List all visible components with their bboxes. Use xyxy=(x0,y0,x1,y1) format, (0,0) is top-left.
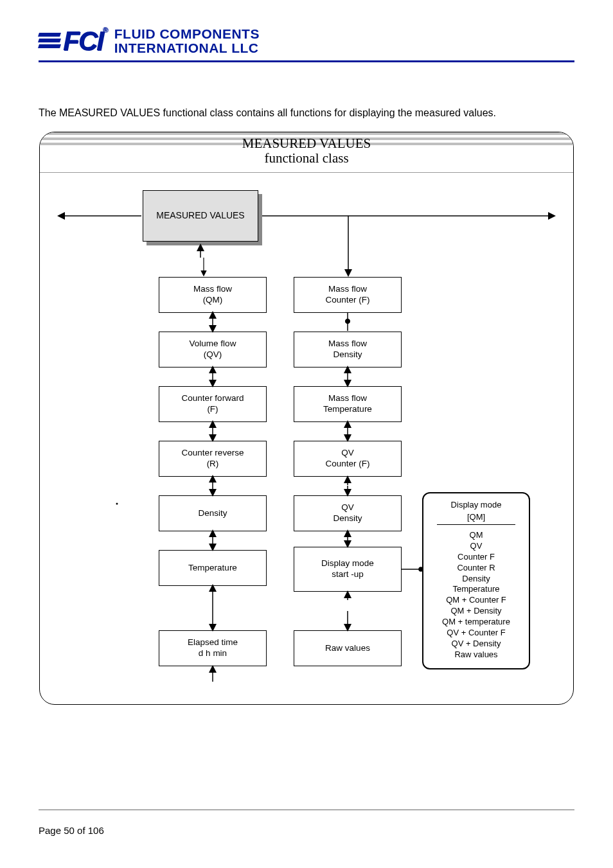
fci-logo-mark: FCI® xyxy=(39,26,107,57)
col2-box-6: Raw values xyxy=(294,630,402,666)
col1-box-2-l2: (F) xyxy=(207,404,218,415)
col1-box-4-l1: Density xyxy=(198,508,227,519)
intro-text: The MEASURED VALUES functional class con… xyxy=(39,107,574,119)
opt-6: QM + Counter F xyxy=(427,595,525,606)
col1-box-4: Density xyxy=(159,495,267,531)
logo: FCI® FLUID COMPONENTS INTERNATIONAL LLC xyxy=(39,26,574,57)
diagram-title: MEASURED VALUES xyxy=(242,136,371,152)
logo-reg: ® xyxy=(103,26,107,33)
logo-text: FLUID COMPONENTS INTERNATIONAL LLC xyxy=(114,27,260,55)
col1-box-1-l2: (QV) xyxy=(204,350,222,360)
root-box: MEASURED VALUES xyxy=(143,190,258,242)
col1-box-1-l1: Volume flow xyxy=(190,339,236,350)
opt-1: QV xyxy=(427,541,525,552)
logo-line2: INTERNATIONAL LLC xyxy=(114,41,260,55)
col2-box-3-l1: QV xyxy=(341,448,354,459)
col2-box-2-l2: Temperature xyxy=(323,404,372,415)
col2-box-4: QV Density xyxy=(294,495,402,531)
col2-box-5-l1: Display mode xyxy=(321,558,374,569)
col2-box-6-l1: Raw values xyxy=(325,643,370,654)
opt-2: Counter F xyxy=(427,552,525,563)
col1-box-3: Counter reverse (R) xyxy=(159,441,267,477)
diagram-header: MEASURED VALUES functional class xyxy=(40,132,573,173)
col1-box-5: Temperature xyxy=(159,550,267,586)
diagram-subtitle: functional class xyxy=(264,150,348,166)
options-head2: [QM] xyxy=(427,512,525,522)
opt-11: Raw values xyxy=(427,650,525,660)
col1-box-6-l2: d h min xyxy=(199,648,227,659)
col2-box-1-l2: Density xyxy=(333,350,362,360)
footer-rule xyxy=(39,810,574,810)
col2-box-5-l2: start -up xyxy=(332,569,364,580)
col2-box-0-l1: Mass flow xyxy=(328,284,367,295)
opt-9: QV + Counter F xyxy=(427,628,525,639)
col2-box-3-l2: Counter (F) xyxy=(325,459,369,470)
col2-box-4-l1: QV xyxy=(341,502,354,513)
col2-box-2-l1: Mass flow xyxy=(328,393,367,404)
options-list: QM QV Counter F Counter R Density Temper… xyxy=(427,530,525,660)
opt-0: QM xyxy=(427,530,525,541)
svg-point-22 xyxy=(116,503,118,505)
col2-box-3: QV Counter (F) xyxy=(294,441,402,477)
col2-box-1-l1: Mass flow xyxy=(328,339,367,350)
col1-box-6-l1: Elapsed time xyxy=(188,637,238,648)
opt-3: Counter R xyxy=(427,563,525,574)
flow-diagram: MEASURED VALUES functional class MEASURE… xyxy=(39,132,574,705)
logo-line1: FLUID COMPONENTS xyxy=(114,27,260,41)
col1-box-6: Elapsed time d h min xyxy=(159,630,267,666)
opt-8: QM + temperature xyxy=(427,617,525,628)
col1-box-5-l1: Temperature xyxy=(188,563,237,574)
col2-box-2: Mass flow Temperature xyxy=(294,386,402,422)
col1-box-0-l1: Mass flow xyxy=(193,284,232,295)
col2-box-1: Mass flow Density xyxy=(294,332,402,368)
header-rule xyxy=(39,60,574,62)
col1-box-2-l1: Counter forward xyxy=(182,393,244,404)
col1-box-3-l1: Counter reverse xyxy=(182,448,244,459)
options-panel: Display mode [QM] QM QV Counter F Counte… xyxy=(422,492,530,669)
col1-box-0-l2: (QM) xyxy=(203,295,223,306)
col1-box-0: Mass flow (QM) xyxy=(159,277,267,313)
opt-7: QM + Density xyxy=(427,606,525,617)
col2-box-5: Display mode start -up xyxy=(294,547,402,592)
options-divider xyxy=(437,524,515,525)
col2-box-4-l2: Density xyxy=(333,513,362,524)
opt-4: Density xyxy=(427,574,525,585)
col1-box-3-l2: (R) xyxy=(207,459,219,470)
opt-10: QV + Density xyxy=(427,639,525,650)
col1-box-2: Counter forward (F) xyxy=(159,386,267,422)
col2-box-0-l2: Counter (F) xyxy=(325,295,369,306)
logo-abbr: FCI xyxy=(63,26,103,56)
col2-box-0: Mass flow Counter (F) xyxy=(294,277,402,313)
opt-5: Temperature xyxy=(427,584,525,595)
col1-box-1: Volume flow (QV) xyxy=(159,332,267,368)
options-head1: Display mode xyxy=(427,500,525,509)
root-box-label: MEASURED VALUES xyxy=(156,210,244,222)
page-footer: Page 50 of 106 xyxy=(39,825,104,836)
